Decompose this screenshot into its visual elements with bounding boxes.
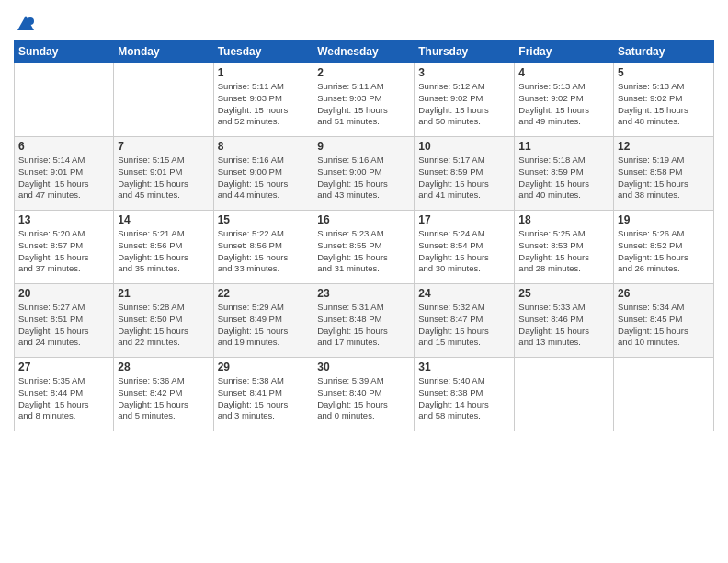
day-number: 23 [317, 287, 410, 300]
day-number: 27 [18, 361, 109, 373]
day-info: Sunrise: 5:40 AM Sunset: 8:38 PM Dayligh… [418, 375, 510, 422]
weekday-header-thursday: Thursday [415, 40, 515, 63]
calendar-cell: 13Sunrise: 5:20 AM Sunset: 8:57 PM Dayli… [15, 211, 114, 284]
day-info: Sunrise: 5:35 AM Sunset: 8:44 PM Dayligh… [18, 375, 109, 422]
day-number: 22 [218, 287, 310, 300]
calendar-cell [515, 358, 614, 431]
day-number: 4 [518, 66, 609, 79]
day-info: Sunrise: 5:34 AM Sunset: 8:45 PM Dayligh… [618, 302, 710, 349]
day-number: 1 [218, 66, 310, 79]
day-info: Sunrise: 5:29 AM Sunset: 8:49 PM Dayligh… [218, 302, 310, 349]
calendar-cell: 3Sunrise: 5:12 AM Sunset: 9:02 PM Daylig… [415, 63, 515, 137]
svg-point-1 [27, 17, 34, 25]
calendar-cell: 15Sunrise: 5:22 AM Sunset: 8:56 PM Dayli… [213, 211, 313, 284]
page-container: SundayMondayTuesdayWednesdayThursdayFrid… [0, 0, 728, 441]
calendar-week-4: 20Sunrise: 5:27 AM Sunset: 8:51 PM Dayli… [15, 284, 714, 358]
day-info: Sunrise: 5:22 AM Sunset: 8:56 PM Dayligh… [218, 228, 310, 275]
calendar-cell: 21Sunrise: 5:28 AM Sunset: 8:50 PM Dayli… [114, 284, 213, 358]
day-number: 9 [317, 140, 410, 153]
day-info: Sunrise: 5:32 AM Sunset: 8:47 PM Dayligh… [418, 302, 510, 349]
day-number: 12 [618, 140, 710, 153]
day-number: 29 [218, 361, 310, 373]
weekday-header-wednesday: Wednesday [313, 40, 415, 63]
day-number: 8 [218, 140, 310, 153]
day-number: 7 [118, 140, 209, 153]
day-number: 11 [518, 140, 609, 153]
day-info: Sunrise: 5:39 AM Sunset: 8:40 PM Dayligh… [317, 375, 410, 422]
day-number: 2 [317, 66, 410, 79]
calendar-cell: 10Sunrise: 5:17 AM Sunset: 8:59 PM Dayli… [415, 137, 515, 211]
day-number: 25 [518, 287, 609, 300]
calendar-cell [614, 358, 714, 431]
day-info: Sunrise: 5:17 AM Sunset: 8:59 PM Dayligh… [418, 155, 510, 201]
day-number: 26 [618, 287, 710, 300]
calendar-cell: 1Sunrise: 5:11 AM Sunset: 9:03 PM Daylig… [213, 63, 313, 137]
calendar-cell: 7Sunrise: 5:15 AM Sunset: 9:01 PM Daylig… [114, 137, 213, 211]
calendar-table: SundayMondayTuesdayWednesdayThursdayFrid… [14, 40, 714, 431]
calendar-cell: 28Sunrise: 5:36 AM Sunset: 8:42 PM Dayli… [114, 358, 213, 431]
day-number: 21 [118, 287, 209, 300]
day-info: Sunrise: 5:21 AM Sunset: 8:56 PM Dayligh… [118, 228, 209, 275]
day-info: Sunrise: 5:12 AM Sunset: 9:02 PM Dayligh… [418, 81, 510, 128]
calendar-cell: 12Sunrise: 5:19 AM Sunset: 8:58 PM Dayli… [614, 137, 714, 211]
calendar-cell: 16Sunrise: 5:23 AM Sunset: 8:55 PM Dayli… [313, 211, 415, 284]
calendar-cell: 27Sunrise: 5:35 AM Sunset: 8:44 PM Dayli… [15, 358, 114, 431]
calendar-cell: 6Sunrise: 5:14 AM Sunset: 9:01 PM Daylig… [15, 137, 114, 211]
day-info: Sunrise: 5:15 AM Sunset: 9:01 PM Dayligh… [118, 155, 209, 201]
weekday-header-sunday: Sunday [15, 40, 114, 63]
logo-icon [16, 14, 36, 34]
calendar-cell: 31Sunrise: 5:40 AM Sunset: 8:38 PM Dayli… [415, 358, 515, 431]
weekday-header-tuesday: Tuesday [213, 40, 313, 63]
day-number: 13 [18, 213, 109, 226]
day-info: Sunrise: 5:27 AM Sunset: 8:51 PM Dayligh… [18, 302, 109, 349]
day-number: 30 [317, 361, 410, 373]
day-number: 19 [618, 213, 710, 226]
calendar-cell [15, 63, 114, 137]
day-number: 20 [18, 287, 109, 300]
calendar-cell [114, 63, 213, 137]
day-info: Sunrise: 5:38 AM Sunset: 8:41 PM Dayligh… [218, 375, 310, 422]
calendar-cell: 8Sunrise: 5:16 AM Sunset: 9:00 PM Daylig… [213, 137, 313, 211]
day-info: Sunrise: 5:23 AM Sunset: 8:55 PM Dayligh… [317, 228, 410, 275]
day-info: Sunrise: 5:13 AM Sunset: 9:02 PM Dayligh… [618, 81, 710, 128]
day-info: Sunrise: 5:13 AM Sunset: 9:02 PM Dayligh… [518, 81, 609, 128]
calendar-cell: 24Sunrise: 5:32 AM Sunset: 8:47 PM Dayli… [415, 284, 515, 358]
day-number: 6 [18, 140, 109, 153]
weekday-header-monday: Monday [114, 40, 213, 63]
day-info: Sunrise: 5:25 AM Sunset: 8:53 PM Dayligh… [518, 228, 609, 275]
day-number: 5 [618, 66, 710, 79]
calendar-cell: 17Sunrise: 5:24 AM Sunset: 8:54 PM Dayli… [415, 211, 515, 284]
calendar-cell: 9Sunrise: 5:16 AM Sunset: 9:00 PM Daylig… [313, 137, 415, 211]
day-number: 3 [418, 66, 510, 79]
day-number: 15 [218, 213, 310, 226]
calendar-cell: 5Sunrise: 5:13 AM Sunset: 9:02 PM Daylig… [614, 63, 714, 137]
day-number: 14 [118, 213, 209, 226]
day-number: 31 [418, 361, 510, 373]
day-info: Sunrise: 5:16 AM Sunset: 9:00 PM Dayligh… [218, 155, 310, 201]
calendar-cell: 18Sunrise: 5:25 AM Sunset: 8:53 PM Dayli… [515, 211, 614, 284]
calendar-cell: 29Sunrise: 5:38 AM Sunset: 8:41 PM Dayli… [213, 358, 313, 431]
calendar-cell: 14Sunrise: 5:21 AM Sunset: 8:56 PM Dayli… [114, 211, 213, 284]
day-info: Sunrise: 5:24 AM Sunset: 8:54 PM Dayligh… [418, 228, 510, 275]
calendar-cell: 4Sunrise: 5:13 AM Sunset: 9:02 PM Daylig… [515, 63, 614, 137]
calendar-week-3: 13Sunrise: 5:20 AM Sunset: 8:57 PM Dayli… [15, 211, 714, 284]
calendar-week-5: 27Sunrise: 5:35 AM Sunset: 8:44 PM Dayli… [15, 358, 714, 431]
calendar-cell: 30Sunrise: 5:39 AM Sunset: 8:40 PM Dayli… [313, 358, 415, 431]
calendar-cell: 11Sunrise: 5:18 AM Sunset: 8:59 PM Dayli… [515, 137, 614, 211]
calendar-week-2: 6Sunrise: 5:14 AM Sunset: 9:01 PM Daylig… [15, 137, 714, 211]
day-info: Sunrise: 5:16 AM Sunset: 9:00 PM Dayligh… [317, 155, 410, 201]
day-number: 18 [518, 213, 609, 226]
calendar-cell: 20Sunrise: 5:27 AM Sunset: 8:51 PM Dayli… [15, 284, 114, 358]
calendar-cell: 23Sunrise: 5:31 AM Sunset: 8:48 PM Dayli… [313, 284, 415, 358]
day-info: Sunrise: 5:11 AM Sunset: 9:03 PM Dayligh… [218, 81, 310, 128]
day-info: Sunrise: 5:31 AM Sunset: 8:48 PM Dayligh… [317, 302, 410, 349]
day-number: 17 [418, 213, 510, 226]
calendar-cell: 19Sunrise: 5:26 AM Sunset: 8:52 PM Dayli… [614, 211, 714, 284]
day-info: Sunrise: 5:28 AM Sunset: 8:50 PM Dayligh… [118, 302, 209, 349]
day-info: Sunrise: 5:19 AM Sunset: 8:58 PM Dayligh… [618, 155, 710, 201]
weekday-header-saturday: Saturday [614, 40, 714, 63]
day-info: Sunrise: 5:14 AM Sunset: 9:01 PM Dayligh… [18, 155, 109, 201]
day-info: Sunrise: 5:33 AM Sunset: 8:46 PM Dayligh… [518, 302, 609, 349]
day-number: 10 [418, 140, 510, 153]
calendar-cell: 2Sunrise: 5:11 AM Sunset: 9:03 PM Daylig… [313, 63, 415, 137]
